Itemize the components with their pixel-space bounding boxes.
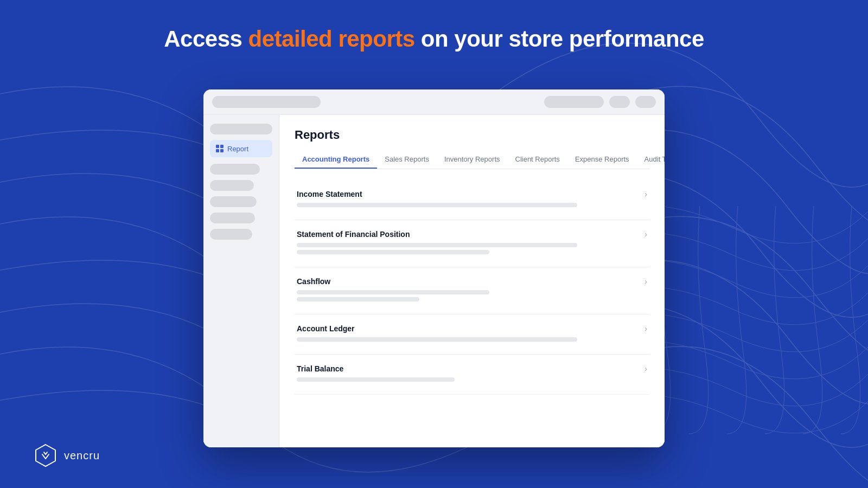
report-item-trial-balance[interactable]: Trial Balance › bbox=[295, 355, 649, 395]
heading-highlight: detailed reports bbox=[248, 26, 415, 52]
topbar-pill-4 bbox=[635, 96, 656, 108]
report-item-financial-position[interactable]: Statement of Financial Position › bbox=[295, 220, 649, 267]
report-icon bbox=[215, 144, 224, 153]
report-item-cashflow[interactable]: Cashflow › bbox=[295, 267, 649, 314]
topbar-pill-2 bbox=[544, 96, 604, 108]
svg-rect-0 bbox=[216, 145, 219, 148]
tab-inventory-reports[interactable]: Inventory Reports bbox=[437, 151, 508, 169]
report-item-income-statement[interactable]: Income Statement › bbox=[295, 180, 649, 220]
topbar-pill-3 bbox=[609, 96, 630, 108]
cashflow-desc-1 bbox=[297, 290, 489, 294]
heading-text-end: on your store performance bbox=[415, 26, 704, 52]
tab-expense-reports[interactable]: Expense Reports bbox=[567, 151, 637, 169]
account-ledger-desc-1 bbox=[297, 337, 577, 342]
financial-position-title: Statement of Financial Position bbox=[297, 230, 410, 239]
heading-text-normal: Access bbox=[164, 26, 248, 52]
income-statement-desc-1 bbox=[297, 203, 577, 207]
cashflow-desc-2 bbox=[297, 297, 419, 301]
trial-balance-chevron: › bbox=[644, 364, 647, 373]
sidebar-item-report[interactable]: Report bbox=[210, 140, 272, 157]
tab-client-reports[interactable]: Client Reports bbox=[508, 151, 567, 169]
sidebar-pill-5 bbox=[210, 229, 252, 240]
sidebar-pill-3 bbox=[210, 196, 257, 207]
financial-position-desc-2 bbox=[297, 250, 489, 254]
sidebar-pill-2 bbox=[210, 180, 254, 191]
financial-position-desc-1 bbox=[297, 243, 577, 247]
account-ledger-chevron: › bbox=[644, 324, 647, 333]
report-item-header-4: Account Ledger › bbox=[297, 324, 647, 333]
cashflow-chevron: › bbox=[644, 277, 647, 286]
report-item-header: Income Statement › bbox=[297, 190, 647, 198]
financial-position-chevron: › bbox=[644, 230, 647, 239]
report-item-account-ledger[interactable]: Account Ledger › bbox=[295, 314, 649, 355]
trial-balance-title: Trial Balance bbox=[297, 364, 343, 373]
top-bar bbox=[203, 89, 665, 115]
topbar-pill-1 bbox=[212, 96, 321, 108]
tab-sales-reports[interactable]: Sales Reports bbox=[377, 151, 437, 169]
tabs-container: Accounting Reports Sales Reports Invento… bbox=[295, 151, 649, 169]
hero-heading: Access detailed reports on your store pe… bbox=[0, 0, 868, 52]
content-area: Reports Accounting Reports Sales Reports… bbox=[279, 115, 665, 447]
sidebar-pill-top bbox=[210, 124, 272, 134]
report-item-header-3: Cashflow › bbox=[297, 277, 647, 286]
svg-rect-2 bbox=[216, 149, 219, 152]
sidebar-item-label: Report bbox=[227, 145, 248, 153]
svg-rect-3 bbox=[220, 149, 224, 152]
report-item-header-2: Statement of Financial Position › bbox=[297, 230, 647, 239]
tab-accounting-reports[interactable]: Accounting Reports bbox=[295, 151, 377, 169]
account-ledger-title: Account Ledger bbox=[297, 324, 355, 333]
tab-audit-trial[interactable]: Audit Trial bbox=[637, 151, 665, 169]
vencru-logo: vencru bbox=[33, 442, 100, 468]
income-statement-title: Income Statement bbox=[297, 190, 362, 198]
report-item-header-5: Trial Balance › bbox=[297, 364, 647, 373]
svg-rect-1 bbox=[220, 145, 224, 148]
report-list: Income Statement › Statement of Financia… bbox=[295, 180, 649, 395]
page-title: Reports bbox=[295, 128, 649, 142]
sidebar-pill-1 bbox=[210, 164, 260, 175]
main-layout: Report Reports Accounting Reports Sales … bbox=[203, 115, 665, 447]
app-window: Report Reports Accounting Reports Sales … bbox=[203, 89, 665, 447]
sidebar-pill-4 bbox=[210, 213, 255, 223]
logo-text: vencru bbox=[64, 450, 100, 462]
cashflow-title: Cashflow bbox=[297, 277, 330, 286]
sidebar: Report bbox=[203, 115, 279, 447]
income-statement-chevron: › bbox=[644, 190, 647, 198]
logo-hexagon bbox=[33, 442, 59, 468]
trial-balance-desc-1 bbox=[297, 377, 455, 382]
